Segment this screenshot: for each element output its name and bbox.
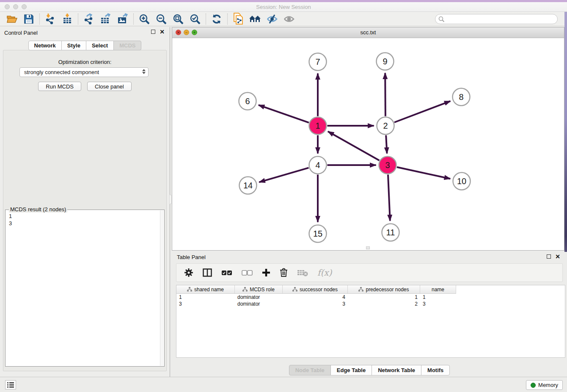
function-builder-button[interactable]: f(x) xyxy=(317,268,332,278)
column-header-name[interactable]: name xyxy=(420,285,456,294)
tab-motifs[interactable]: Motifs xyxy=(421,365,450,375)
close-panel-icon[interactable]: ✕ xyxy=(160,29,165,34)
add-column-button[interactable] xyxy=(262,268,270,277)
export-image-button[interactable] xyxy=(114,13,131,25)
svg-text:11: 11 xyxy=(386,228,395,237)
cell-name[interactable]: 3 xyxy=(420,301,456,307)
graph-node[interactable]: 10 xyxy=(453,173,471,190)
refresh-layout-button[interactable] xyxy=(208,13,225,25)
svg-text:6: 6 xyxy=(245,97,250,106)
graph-node[interactable]: 1 xyxy=(309,117,327,135)
tab-style[interactable]: Style xyxy=(61,41,86,50)
cell-name[interactable]: 1 xyxy=(420,294,456,301)
optimization-criterion-label: Optimization criterion: xyxy=(3,59,166,65)
cell-successor-nodes[interactable]: 3 xyxy=(283,301,348,307)
mcds-result-box: MCDS result (2 nodes) 13 xyxy=(5,210,165,367)
graph-node[interactable]: 2 xyxy=(377,117,394,135)
deselect-all-button[interactable] xyxy=(242,270,253,276)
cell-shared-name[interactable]: 3 xyxy=(176,301,235,307)
show-panels-button[interactable] xyxy=(281,13,297,25)
graph-edge[interactable] xyxy=(385,73,385,116)
graph-edge[interactable] xyxy=(259,105,309,123)
unchecked-boxes-icon xyxy=(242,270,253,276)
zoom-selected-icon xyxy=(190,14,201,25)
mcds-panel: Optimization criterion: strongly connect… xyxy=(3,50,167,371)
graph-edge[interactable] xyxy=(328,132,379,161)
graph-node[interactable]: 6 xyxy=(239,93,256,110)
graph-node[interactable]: 14 xyxy=(239,177,257,194)
control-panel: Control Panel ✕ Network Style Select MCD… xyxy=(0,27,170,377)
graph-node[interactable]: 11 xyxy=(382,224,399,241)
hide-panels-button[interactable] xyxy=(264,13,281,25)
graph-node[interactable]: 8 xyxy=(453,88,470,106)
export-network-button[interactable] xyxy=(80,13,97,25)
cell-predecessor-nodes[interactable]: 1 xyxy=(348,294,420,301)
table-row[interactable]: 3 dominator 3 2 3 xyxy=(176,301,565,307)
zoom-in-button[interactable] xyxy=(136,13,153,25)
column-header-successor-nodes[interactable]: successor nodes xyxy=(283,285,348,294)
graph-edge[interactable] xyxy=(386,135,387,154)
graph-edge[interactable] xyxy=(388,175,390,221)
cell-predecessor-nodes[interactable]: 2 xyxy=(348,301,420,307)
tab-network[interactable]: Network xyxy=(28,41,62,50)
column-header-shared-name[interactable]: shared name xyxy=(176,285,235,294)
tab-edge-table[interactable]: Edge Table xyxy=(330,365,372,375)
delete-column-button[interactable] xyxy=(280,268,288,277)
graph-node[interactable]: 9 xyxy=(377,53,394,70)
graph-node[interactable]: 7 xyxy=(309,53,327,71)
tab-node-table[interactable]: Node Table xyxy=(289,365,331,375)
graph-node[interactable]: 4 xyxy=(309,157,327,174)
save-session-button[interactable] xyxy=(20,13,37,25)
network-titlebar[interactable]: ✕ − + scc.txt xyxy=(172,28,564,38)
float-table-panel-icon[interactable] xyxy=(547,254,551,259)
panel-splitter-handle[interactable] xyxy=(169,195,172,204)
memory-button[interactable]: Memory xyxy=(526,380,563,390)
network-canvas[interactable]: 1234678910111415 xyxy=(172,38,564,250)
graph-node[interactable]: 3 xyxy=(379,157,396,174)
zoom-selected-button[interactable] xyxy=(187,13,204,25)
cell-mcds-role[interactable]: dominator xyxy=(235,301,283,307)
column-header-mcds-role[interactable]: MCDS role xyxy=(235,285,283,294)
float-panel-icon[interactable] xyxy=(151,30,155,34)
zoom-out-button[interactable] xyxy=(153,13,170,25)
run-mcds-button[interactable]: Run MCDS xyxy=(38,82,81,91)
node-table[interactable]: shared name MCDS role successor nodes pr… xyxy=(176,285,565,358)
result-scrollbar[interactable] xyxy=(160,210,164,366)
export-table-button[interactable] xyxy=(97,13,114,25)
graph-edge[interactable] xyxy=(394,101,450,122)
graph-edge[interactable] xyxy=(397,167,450,179)
memory-status-icon xyxy=(531,383,536,388)
cell-shared-name[interactable]: 1 xyxy=(176,294,235,301)
import-table-button[interactable] xyxy=(59,13,76,25)
new-network-from-selection-button[interactable] xyxy=(230,13,247,25)
open-session-button[interactable] xyxy=(3,13,20,25)
table-tabs: Node Table Edge Table Network Table Moti… xyxy=(172,365,567,375)
close-table-panel-icon[interactable]: ✕ xyxy=(555,254,560,259)
show-column-button[interactable] xyxy=(203,268,212,277)
cell-mcds-role[interactable]: dominator xyxy=(235,294,283,301)
search-input[interactable] xyxy=(446,15,557,23)
close-panel-button[interactable]: Close panel xyxy=(87,82,132,91)
graph-node[interactable]: 15 xyxy=(309,225,327,243)
canvas-resize-handle[interactable] xyxy=(366,246,370,249)
column-header-predecessor-nodes[interactable]: predecessor nodes xyxy=(348,285,420,294)
delete-table-button[interactable] xyxy=(297,269,308,276)
graph-edge[interactable] xyxy=(259,168,308,182)
import-network-button[interactable] xyxy=(42,13,59,25)
window-title: Session: New Session xyxy=(0,4,567,10)
zoom-fit-button[interactable] xyxy=(170,13,187,25)
task-history-button[interactable] xyxy=(5,380,16,389)
criterion-select[interactable]: strongly connected component xyxy=(19,67,149,77)
tab-network-table[interactable]: Network Table xyxy=(372,365,421,375)
tab-select[interactable]: Select xyxy=(86,41,114,50)
home-button[interactable] xyxy=(247,13,264,25)
table-row[interactable]: 1 dominator 4 1 1 xyxy=(176,294,565,301)
select-all-button[interactable] xyxy=(221,270,232,276)
search-field[interactable] xyxy=(435,14,558,24)
tab-mcds[interactable]: MCDS xyxy=(113,41,141,50)
cell-successor-nodes[interactable]: 4 xyxy=(283,294,348,301)
svg-text:10: 10 xyxy=(457,177,466,186)
svg-text:7: 7 xyxy=(315,57,320,66)
control-panel-tabs: Network Style Select MCDS xyxy=(0,41,170,50)
table-settings-button[interactable] xyxy=(184,268,193,277)
